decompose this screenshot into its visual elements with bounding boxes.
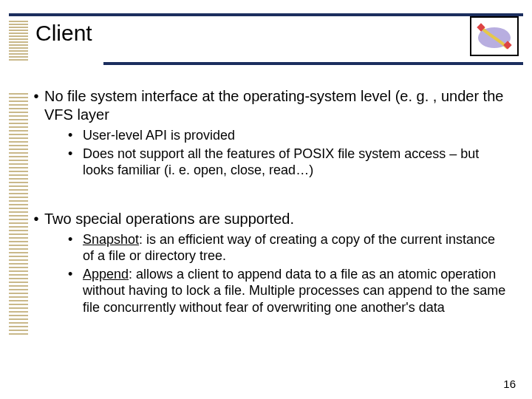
decorative-stripe-side: [9, 93, 28, 337]
bullet-level2: • Append: allows a client to append data…: [68, 266, 508, 316]
bullet-level1: • No file system interface at the operat…: [28, 87, 508, 124]
bullet-text: No file system interface at the operatin…: [44, 87, 508, 124]
bullet-level2: • Does not support all the features of P…: [68, 146, 508, 179]
sub-rule: [103, 62, 523, 65]
term-rest: : allows a client to append data to a fi…: [83, 267, 505, 315]
term-rest: : is an efficient way of creating a copy…: [83, 232, 495, 264]
bullet-text: Two special operations are supported.: [44, 210, 508, 228]
logo-icon: [470, 16, 519, 56]
decorative-stripe-top: [9, 21, 28, 61]
bullet-text: Append: allows a client to append data t…: [83, 266, 508, 316]
bullet-text: Does not support all the features of POS…: [83, 146, 508, 179]
bullet-dot-icon: •: [28, 87, 44, 124]
bullet-dot-icon: •: [68, 146, 83, 179]
bullet-text: User-level API is provided: [83, 127, 508, 144]
bullet-dot-icon: •: [68, 231, 83, 265]
top-rule: [9, 13, 523, 16]
term-snapshot: Snapshot: [83, 232, 139, 247]
bullet-level2: • User-level API is provided: [68, 127, 508, 144]
bullet-dot-icon: •: [68, 127, 83, 144]
slide-body: • No file system interface at the operat…: [28, 87, 508, 329]
bullet-text: Snapshot: is an efficient way of creatin…: [83, 231, 508, 265]
bullet-level2: • Snapshot: is an efficient way of creat…: [68, 231, 508, 265]
term-append: Append: [83, 267, 129, 282]
bullet-dot-icon: •: [28, 210, 44, 228]
page-title: Client: [35, 21, 92, 46]
bullet-level1: • Two special operations are supported.: [28, 210, 508, 228]
bullet-dot-icon: •: [68, 266, 83, 316]
page-number: 16: [503, 378, 516, 390]
